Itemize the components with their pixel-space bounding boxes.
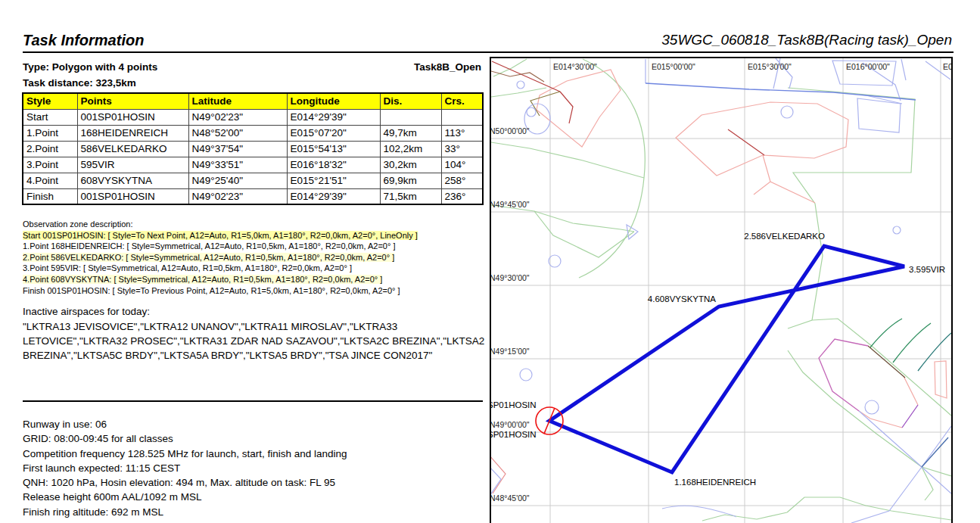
col-distance: Dis. — [380, 93, 441, 109]
map-border — [490, 58, 952, 523]
cell-distance: 30,2km — [380, 157, 441, 173]
cell-points: 001SP01HOSIN — [77, 188, 188, 204]
col-course: Crs. — [441, 93, 483, 109]
section-divider — [23, 400, 483, 402]
cell-latitude: N49°02'23" — [188, 109, 287, 125]
cell-style: 4.Point — [23, 173, 77, 188]
cell-course: 33° — [441, 141, 483, 157]
obs-line-3: 3.Point 595VIR: [ Style=Symmetrical, A12… — [23, 263, 492, 274]
waypoint-table: Style Points Latitude Longitude Dis. Crs… — [22, 92, 484, 205]
table-row: Finish 001SP01HOSIN N49°02'23" E014°29'3… — [23, 188, 483, 204]
cell-course: 104° — [441, 157, 483, 173]
briefing-release-height: Release height 600m AAL/1092 m MSL — [23, 490, 347, 504]
briefing-first-launch: First launch expected: 11:15 CEST — [23, 461, 347, 475]
cell-latitude: N49°37'54" — [188, 141, 287, 157]
cell-latitude: N48°52'00" — [188, 125, 287, 141]
task-distance: Task distance: 323,5km — [23, 77, 136, 89]
cell-style: 2.Point — [23, 141, 77, 157]
briefing-finish-ring-closed: Finish ring closed: sunset or end of sco… — [23, 519, 347, 523]
table-row: 1.Point 168HEIDENREICH N48°52'00" E015°0… — [23, 125, 483, 141]
cell-course: 236° — [441, 188, 483, 204]
col-latitude: Latitude — [188, 93, 287, 109]
cell-style: Start — [23, 109, 77, 125]
briefing-grid: GRID: 08:00-09:45 for all classes — [23, 431, 347, 446]
cell-distance: 102,2km — [380, 141, 441, 157]
inactive-airspaces-list: "LKTRA13 JEVISOVICE","LKTRA12 UNANOV","L… — [23, 319, 487, 363]
obs-line-start: Start 001SP01HOSIN: [ Style=To Next Poin… — [23, 230, 492, 241]
obs-line-finish: Finish 001SP01HOSIN: [ Style=To Previous… — [23, 285, 492, 297]
cell-course: 258° — [441, 173, 483, 188]
lat-label-n4945: N49°45'00" — [490, 200, 530, 209]
task-map: SP01HOSIN SP01HOSIN 1.168HEIDENREICH 2.5… — [488, 53, 980, 523]
page-title: Task Information — [23, 32, 144, 49]
col-style: Style — [23, 93, 77, 109]
table-row: 3.Point 595VIR N49°33'51" E016°18'32" 30… — [23, 157, 483, 173]
cell-points: 595VIR — [77, 157, 188, 173]
briefing-runway: Runway in use: 06 — [23, 417, 347, 431]
lat-label-n4845: N48°45'00" — [490, 493, 530, 503]
waypoint-label-vyskytna: 4.608VYSKYTNA — [648, 294, 716, 304]
cell-latitude: N49°02'23" — [188, 188, 287, 204]
inactive-airspaces-title: Inactive airspaces for today: — [23, 306, 150, 317]
briefing-finish-ring-alt: Finish ring altitude: 692 m MSL — [23, 505, 347, 519]
cell-longitude: E015°54'13" — [287, 141, 380, 157]
lat-label-n4900: N49°00'00" — [490, 420, 530, 429]
cell-points: 586VELKEDARKO — [77, 141, 188, 157]
obs-line-4: 4.Point 608VYSKYTNA: [ Style=Symmetrical… — [23, 274, 492, 285]
cell-points: 608VYSKYTNA — [77, 173, 188, 188]
lat-label-n5000: N50°00'00" — [490, 126, 530, 135]
document-reference: 35WGC_060818_Task8B(Racing task)_Open — [661, 32, 952, 48]
waypoint-label-hosin-top: SP01HOSIN — [488, 400, 537, 409]
lon-label-e01500: E015°00'00" — [652, 62, 695, 71]
waypoint-label-velkedarko: 2.586VELKEDARKO — [744, 232, 825, 241]
lat-label-n4915: N49°15'00" — [490, 347, 530, 356]
cell-style: 3.Point — [23, 157, 77, 173]
col-longitude: Longitude — [287, 93, 380, 109]
cell-distance: 49,7km — [380, 125, 441, 141]
lon-label-e01530: E015°30'00" — [748, 62, 792, 71]
cell-longitude: E016°18'32" — [287, 157, 380, 173]
cell-longitude: E015°07'20" — [287, 125, 380, 141]
cell-course — [441, 109, 483, 125]
cell-distance: 71,5km — [380, 188, 441, 204]
cell-longitude: E014°29'39" — [287, 109, 380, 125]
observation-zone-title: Observation zone description: — [23, 219, 492, 230]
col-points: Points — [77, 93, 188, 109]
cell-latitude: N49°33'51" — [188, 157, 287, 173]
cell-longitude: E015°21'51" — [287, 173, 380, 188]
cell-distance: 69,9km — [380, 173, 441, 188]
table-row: 2.Point 586VELKEDARKO N49°37'54" E015°54… — [23, 141, 483, 157]
briefing-block: Runway in use: 06 GRID: 08:00-09:45 for … — [23, 417, 347, 523]
briefing-frequency: Competition frequency 128.525 MHz for la… — [23, 447, 347, 461]
cell-distance — [380, 109, 441, 125]
cell-course: 113° — [441, 125, 483, 141]
cell-longitude: E014°29'39" — [287, 188, 380, 204]
waypoint-label-heidenreich: 1.168HEIDENREICH — [674, 478, 756, 487]
waypoint-label-vir: 3.595VIR — [909, 265, 945, 274]
cell-points: 168HEIDENREICH — [77, 125, 188, 141]
task-name: Task8B_Open — [23, 61, 481, 73]
cell-latitude: N49°25'40" — [188, 173, 287, 188]
lon-label-e01430: E014°30'00" — [553, 62, 597, 71]
obs-line-1: 1.Point 168HEIDENREICH: [ Style=Symmetri… — [23, 241, 492, 252]
briefing-qnh: QNH: 1020 hPa, Hosin elevation: 494 m, M… — [23, 475, 347, 490]
lat-label-n4930: N49°30'00" — [490, 273, 530, 282]
waypoint-label-hosin-bottom: SP01HOSIN — [488, 430, 537, 439]
cell-style: 1.Point — [23, 125, 77, 141]
observation-zone-block: Observation zone description: Start 001S… — [23, 219, 492, 296]
lon-label-e01600: E016°00'00" — [846, 62, 890, 71]
table-header-row: Style Points Latitude Longitude Dis. Crs… — [23, 93, 483, 109]
table-row: 4.Point 608VYSKYTNA N49°25'40" E015°21'5… — [23, 173, 483, 188]
task-sheet: Task Information 35WGC_060818_Task8B(Rac… — [0, 0, 980, 523]
cell-style: Finish — [23, 188, 77, 204]
obs-line-2: 2.Point 586VELKEDARKO: [ Style=Symmetric… — [23, 252, 492, 263]
table-row: Start 001SP01HOSIN N49°02'23" E014°29'39… — [23, 109, 483, 125]
cell-points: 001SP01HOSIN — [77, 109, 188, 125]
